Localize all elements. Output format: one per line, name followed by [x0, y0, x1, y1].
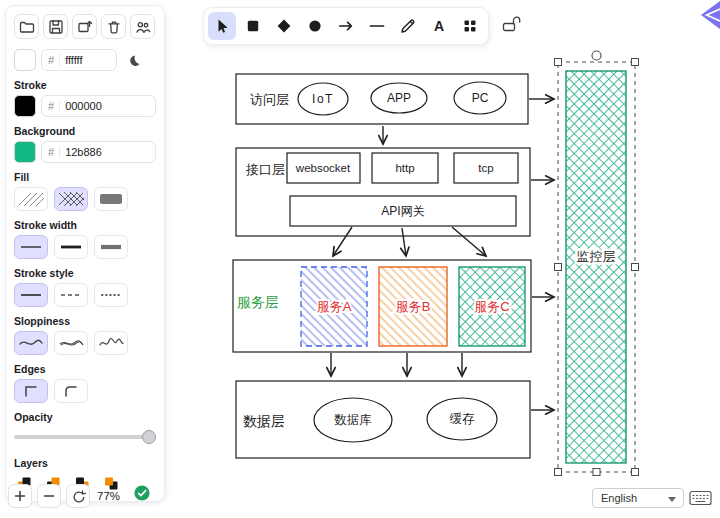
resize-handle-s[interactable]: [593, 469, 600, 476]
background-color-field: #: [41, 141, 156, 163]
database-label: 数据库: [334, 413, 372, 427]
hachure-icon: [18, 192, 44, 206]
stroke-style-solid-button[interactable]: [14, 283, 48, 307]
file-actions-row: [14, 14, 156, 39]
arrow-gateway-to-service-a[interactable]: [333, 227, 352, 256]
sloppiness-artist-button[interactable]: [54, 331, 88, 355]
collab-pointer-icon: [701, 1, 720, 29]
opacity-slider-wrap: [14, 427, 156, 449]
selection-tool[interactable]: [208, 12, 236, 40]
ellipse-tool[interactable]: [301, 12, 329, 40]
canvas-color-field: #: [41, 49, 117, 71]
arrow-tool[interactable]: [332, 12, 360, 40]
line-icon: [368, 17, 386, 35]
stroke-width-bold-button[interactable]: [54, 235, 88, 259]
diamond-tool[interactable]: [270, 12, 298, 40]
arrow-gateway-to-service-b[interactable]: [402, 228, 406, 256]
folder-icon: [20, 22, 33, 32]
fill-crosshatch-button[interactable]: [54, 187, 88, 211]
access-layer-title: 访问层: [250, 92, 289, 107]
collaborators-button[interactable]: [130, 14, 155, 39]
resize-handle-e[interactable]: [632, 264, 639, 271]
pc-label: PC: [472, 91, 489, 105]
arrow-gateway-to-service-c[interactable]: [452, 227, 486, 256]
canvas-color-input[interactable]: [65, 54, 110, 66]
language-selected-value: English: [601, 492, 637, 504]
stroke-style-dotted-button[interactable]: [94, 283, 128, 307]
stroke-color-row: #: [14, 95, 156, 117]
stroke-style-dashed-button[interactable]: [54, 283, 88, 307]
monitor-layer-box[interactable]: [566, 71, 626, 463]
zoom-level[interactable]: 77%: [95, 490, 122, 502]
export-icon: [77, 19, 93, 35]
architect-icon: [18, 336, 44, 350]
background-color-swatch[interactable]: [14, 141, 36, 163]
background-color-row: #: [14, 141, 156, 163]
sloppiness-section-label: Sloppiness: [14, 315, 156, 327]
pencil-icon: [399, 17, 417, 35]
edges-round-button[interactable]: [54, 379, 88, 403]
fill-section-label: Fill: [14, 171, 156, 183]
resize-handle-se[interactable]: [632, 469, 639, 476]
data-layer-group[interactable]: 数据层 数据库 缓存: [236, 381, 530, 458]
hash-prefix: #: [48, 100, 60, 112]
language-select[interactable]: English: [592, 488, 684, 508]
resize-handle-w[interactable]: [555, 264, 562, 271]
arrow-icon: [337, 17, 355, 35]
export-image-button[interactable]: [72, 14, 97, 39]
text-tool[interactable]: A: [425, 12, 453, 40]
fill-options: [14, 187, 156, 211]
collaborator-cursor: [694, 0, 720, 32]
open-button[interactable]: [14, 14, 39, 39]
background-color-input[interactable]: [65, 146, 149, 158]
service-c-label: 服务C: [474, 299, 509, 314]
fill-solid-button[interactable]: [94, 187, 128, 211]
interface-layer-group[interactable]: 接口层 websocket http tcp API网关: [236, 148, 530, 236]
zoom-out-button[interactable]: [37, 484, 61, 508]
service-a-label: 服务A: [317, 299, 352, 314]
cursor-icon: [213, 17, 231, 35]
access-layer-group[interactable]: 访问层 IoT APP PC: [236, 74, 528, 124]
fill-hachure-button[interactable]: [14, 187, 48, 211]
monitor-layer-group[interactable]: 监控层: [566, 71, 626, 463]
save-icon: [48, 19, 64, 35]
stroke-color-input[interactable]: [65, 100, 149, 112]
edges-sharp-button[interactable]: [14, 379, 48, 403]
stroke-width-thin-button[interactable]: [14, 235, 48, 259]
resize-handle-sw[interactable]: [555, 469, 562, 476]
keyboard-shortcuts-button[interactable]: [689, 490, 712, 509]
stroke-width-section-label: Stroke width: [14, 219, 156, 231]
stroke-width-extrabold-button[interactable]: [94, 235, 128, 259]
opacity-slider[interactable]: [14, 429, 156, 445]
edges-options: [14, 379, 156, 403]
rectangle-tool[interactable]: [239, 12, 267, 40]
lock-toggle[interactable]: [501, 15, 521, 36]
stroke-color-swatch[interactable]: [14, 95, 36, 117]
sloppiness-architect-button[interactable]: [14, 331, 48, 355]
save-button[interactable]: [43, 14, 68, 39]
resize-handle-ne[interactable]: [632, 59, 639, 66]
shape-toolbar: A: [204, 8, 488, 44]
extrabold-line-icon: [98, 240, 124, 254]
trash-icon: [106, 19, 122, 35]
iot-label: IoT: [312, 92, 334, 106]
delete-button[interactable]: [101, 14, 126, 39]
zoom-reset-button[interactable]: [66, 484, 90, 508]
line-tool[interactable]: [363, 12, 391, 40]
sloppiness-cartoonist-button[interactable]: [94, 331, 128, 355]
draw-tool[interactable]: [394, 12, 422, 40]
bold-line-icon: [58, 240, 84, 254]
stroke-section-label: Stroke: [14, 79, 156, 91]
rotate-handle[interactable]: [592, 51, 601, 60]
library-tool[interactable]: [456, 12, 484, 40]
stroke-width-options: [14, 235, 156, 259]
text-tool-icon: A: [434, 18, 444, 34]
service-layer-group[interactable]: 服务层 服务A 服务B 服务C: [233, 260, 531, 352]
resize-handle-nw[interactable]: [555, 59, 562, 66]
canvas-color-swatch[interactable]: [14, 49, 36, 71]
zoom-in-button[interactable]: [8, 484, 32, 508]
plus-icon: [14, 490, 26, 502]
dark-mode-toggle[interactable]: [122, 49, 144, 71]
canvas-color-row: #: [14, 49, 156, 71]
unlock-icon: [501, 15, 521, 33]
